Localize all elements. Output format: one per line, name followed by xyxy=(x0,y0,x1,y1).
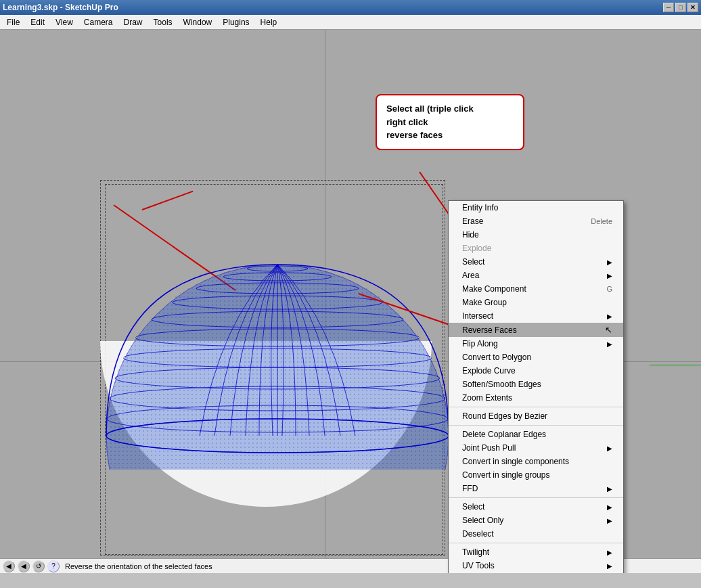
ctx-convert-single-groups[interactable]: Convert in single groups xyxy=(449,468,623,482)
ctx-round-edges[interactable]: Round Edges by Bezier xyxy=(449,409,623,423)
ctx-intersect[interactable]: Intersect ▶ xyxy=(449,309,623,323)
menu-view[interactable]: View xyxy=(50,16,78,28)
separator-1 xyxy=(449,407,623,407)
ctx-convert-polygon[interactable]: Convert to Polygon xyxy=(449,350,623,364)
window-controls: ─ □ ✕ xyxy=(663,3,698,12)
menu-file[interactable]: File xyxy=(1,16,25,28)
menu-draw[interactable]: Draw xyxy=(118,16,148,28)
ctx-hide[interactable]: Hide xyxy=(449,228,623,242)
ctx-deselect[interactable]: Deselect xyxy=(449,527,623,541)
minimize-button[interactable]: ─ xyxy=(663,3,674,12)
menubar: File Edit View Camera Draw Tools Window … xyxy=(0,15,701,30)
ctx-delete-coplanar[interactable]: Delete Coplanar Edges xyxy=(449,428,623,441)
viewport: Select all (triple click right click rev… xyxy=(0,30,701,573)
ctx-make-group[interactable]: Make Group xyxy=(449,296,623,309)
status-icon-1[interactable]: ◀ xyxy=(3,560,15,572)
status-icons: ◀ ◀ ↺ ? xyxy=(3,560,60,572)
ctx-zoom-extents[interactable]: Zoom Extents xyxy=(449,391,623,405)
ctx-area[interactable]: Area ▶ xyxy=(449,269,623,282)
maximize-button[interactable]: □ xyxy=(675,3,686,12)
window-title: Learning3.skp - SketchUp Pro xyxy=(3,3,118,12)
menu-edit[interactable]: Edit xyxy=(25,16,50,28)
menu-camera[interactable]: Camera xyxy=(78,16,118,28)
status-help-icon[interactable]: ? xyxy=(47,560,60,572)
ctx-convert-single-components[interactable]: Convert in single components xyxy=(449,455,623,468)
ctx-make-component[interactable]: Make Component G xyxy=(449,282,623,296)
ctx-ffd[interactable]: FFD ▶ xyxy=(449,482,623,495)
context-menu: Entity Info Erase Delete Hide Explode Se… xyxy=(448,200,624,573)
ctx-explode-curve[interactable]: Explode Curve xyxy=(449,364,623,378)
dome-shape xyxy=(105,185,450,470)
ctx-joint-push-pull[interactable]: Joint Push Pull ▶ xyxy=(449,441,623,455)
ctx-entity-info[interactable]: Entity Info xyxy=(449,201,623,214)
speech-bubble: Select all (triple click right click rev… xyxy=(376,94,524,150)
menu-help[interactable]: Help xyxy=(255,16,283,28)
ctx-fredo-scale[interactable]: FredoScale ▶ xyxy=(449,572,623,573)
cursor-icon: ↖ xyxy=(605,325,612,335)
speech-line1: Select all (triple click xyxy=(386,104,474,114)
green-axis xyxy=(650,365,701,365)
ctx-flip-along[interactable]: Flip Along ▶ xyxy=(449,337,623,350)
ctx-select-only[interactable]: Select Only ▶ xyxy=(449,514,623,527)
ctx-select[interactable]: Select ▶ xyxy=(449,255,623,269)
speech-line2: right click xyxy=(386,117,428,127)
menu-window[interactable]: Window xyxy=(178,16,218,28)
menu-tools[interactable]: Tools xyxy=(148,16,178,28)
separator-3 xyxy=(449,497,623,498)
titlebar: Learning3.skp - SketchUp Pro ─ □ ✕ xyxy=(0,0,701,15)
ctx-uv-tools[interactable]: UV Tools ▶ xyxy=(449,559,623,572)
ctx-erase[interactable]: Erase Delete xyxy=(449,214,623,228)
separator-4 xyxy=(449,543,623,543)
status-icon-2[interactable]: ◀ xyxy=(18,560,30,572)
ctx-select-2[interactable]: Select ▶ xyxy=(449,500,623,514)
speech-line3: reverse faces xyxy=(386,130,443,140)
menu-plugins[interactable]: Plugins xyxy=(217,16,254,28)
status-icon-3[interactable]: ↺ xyxy=(32,560,45,572)
close-button[interactable]: ✕ xyxy=(687,3,698,12)
svg-rect-14 xyxy=(105,185,450,470)
ctx-soften-smooth[interactable]: Soften/Smooth Edges xyxy=(449,378,623,391)
ctx-explode: Explode xyxy=(449,242,623,255)
ctx-reverse-faces[interactable]: Reverse Faces ↖ xyxy=(449,323,623,337)
separator-2 xyxy=(449,425,623,426)
ctx-twilight[interactable]: Twilight ▶ xyxy=(449,545,623,559)
